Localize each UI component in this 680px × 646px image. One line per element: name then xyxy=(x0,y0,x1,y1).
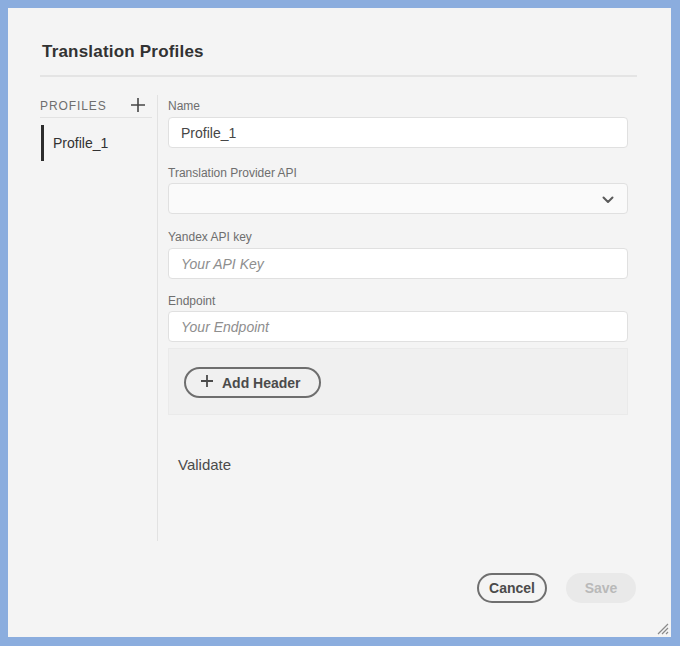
validate-link[interactable]: Validate xyxy=(178,456,231,473)
api-key-input[interactable] xyxy=(168,248,628,279)
selected-indicator xyxy=(41,125,44,161)
name-input[interactable] xyxy=(168,117,628,148)
cancel-button[interactable]: Cancel xyxy=(477,573,547,603)
add-header-button[interactable]: Add Header xyxy=(184,367,321,398)
add-header-label: Add Header xyxy=(222,375,301,391)
endpoint-label: Endpoint xyxy=(168,294,215,308)
plus-icon xyxy=(200,374,214,391)
sidebar-item-profile[interactable]: Profile_1 xyxy=(41,125,153,161)
api-key-label: Yandex API key xyxy=(168,230,252,244)
plus-icon xyxy=(129,96,147,117)
header-divider xyxy=(40,75,637,77)
add-profile-button[interactable] xyxy=(126,94,150,118)
headers-panel: Add Header xyxy=(168,348,628,415)
sidebar-item-label: Profile_1 xyxy=(53,135,108,151)
save-button[interactable]: Save xyxy=(566,573,636,603)
page-title: Translation Profiles xyxy=(42,42,204,62)
resize-grip-icon[interactable] xyxy=(653,619,669,635)
dialog-focus-frame: Translation Profiles PROFILES Profile_1 … xyxy=(0,0,680,646)
endpoint-input[interactable] xyxy=(168,311,628,342)
form-divider xyxy=(157,95,158,541)
chevron-down-icon xyxy=(602,190,614,208)
provider-api-label: Translation Provider API xyxy=(168,166,297,180)
profiles-list-header: PROFILES xyxy=(40,99,107,113)
translation-profiles-dialog: Translation Profiles PROFILES Profile_1 … xyxy=(8,8,671,637)
sidebar-divider xyxy=(40,117,152,118)
name-label: Name xyxy=(168,99,200,113)
provider-api-select[interactable] xyxy=(168,183,628,214)
